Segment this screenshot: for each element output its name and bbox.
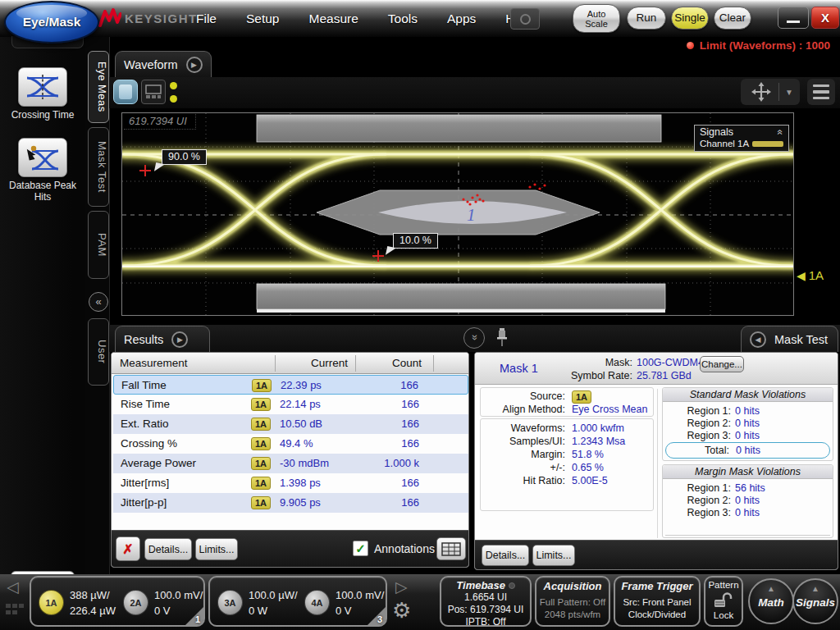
keysight-logo: KEYSIGHT [98, 7, 198, 29]
source-badge: 1A [251, 437, 271, 450]
table-row[interactable]: Ext. Ratio1A 10.50 dB166 [113, 414, 468, 434]
single-view-icon [119, 84, 132, 99]
scroll-channels-left-icon[interactable]: ◁ [7, 578, 19, 596]
standard-total: Total:0 hits [665, 442, 830, 459]
menu-file[interactable]: File [194, 10, 219, 28]
single-view-button[interactable] [113, 80, 138, 104]
keysight-spark-icon [98, 7, 121, 29]
delete-measurement-button[interactable]: ✗ [116, 536, 140, 561]
eye-diagram-plot[interactable]: 1 619.7394 UI 90.0 % 10.0 % Signals « Ch… [121, 112, 794, 316]
source-badge: 1A [251, 418, 271, 431]
status-dot-icon [170, 82, 177, 89]
signals-overlay-panel[interactable]: Signals « Channel 1A [694, 125, 789, 152]
menu-apps[interactable]: Apps [445, 10, 478, 28]
symbol-rate-value: 25.781 GBd [637, 370, 692, 381]
signals-overlay-title: Signals [700, 126, 733, 138]
upper-threshold-annotation[interactable]: 90.0 % [162, 149, 207, 165]
channel-settings-gear-icon[interactable]: ⚙ [392, 598, 411, 623]
collapse-sidebar-button[interactable]: « [89, 292, 108, 312]
mask-test-tab-expand-icon[interactable]: ◀ [750, 331, 766, 348]
peak-hits-icon [25, 144, 60, 171]
mode-tab-strip: Eye Meas Mask Test PAM « User [85, 37, 110, 630]
channel-2a-button[interactable]: 2A [123, 590, 148, 615]
results-footer: ✗ Details... Limits... ✓ Annotations [112, 530, 468, 567]
table-row[interactable]: Jitter[rms]1A 1.398 ps166 [113, 473, 468, 493]
channel-1a-ground-marker: ◀ 1A [797, 268, 824, 282]
results-limits-button[interactable]: Limits... [195, 538, 238, 560]
annotations-checkbox[interactable]: ✓ [353, 541, 368, 556]
menu-setup[interactable]: Setup [244, 10, 282, 28]
crossing-time-button[interactable] [18, 67, 67, 107]
mask-limits-button[interactable]: Limits... [532, 545, 575, 566]
math-button[interactable]: ▲ Math [748, 578, 794, 624]
minimize-icon [787, 21, 800, 23]
database-peak-hits-button[interactable] [18, 138, 67, 177]
single-button[interactable]: Single [671, 7, 709, 30]
channel-1a-button[interactable]: 1A [39, 590, 64, 615]
minimize-button[interactable] [778, 7, 809, 29]
group-number: 1 [195, 614, 200, 624]
eye-crossing-icon [25, 74, 60, 100]
table-row[interactable]: Jitter[p-p]1A 9.905 ps166 [113, 493, 468, 513]
mask-type-value: 100G-CWDM4 [637, 357, 704, 368]
mask-region-number: 1 [467, 205, 476, 225]
tab-user[interactable]: User [88, 318, 109, 386]
results-tab-menu-icon[interactable]: ▶ [171, 331, 188, 348]
app-window: KEYSIGHT File Setup Measure Tools Apps H… [0, 0, 840, 630]
grid-view-button[interactable] [141, 80, 166, 104]
tab-pam[interactable]: PAM [88, 211, 109, 279]
run-button[interactable]: Run [627, 7, 666, 30]
table-row[interactable]: Average Power1A -30 mdBm1.000 k [113, 454, 468, 473]
move-arrows-icon [751, 81, 772, 103]
timebase-position-label: 619.7394 UI [124, 114, 196, 130]
pattern-lock-button[interactable]: Pattern Lock [704, 576, 743, 627]
source-badge: 1A [251, 457, 271, 470]
menu-tools[interactable]: Tools [386, 10, 420, 28]
signals-button[interactable]: ▲ Signals [792, 578, 838, 624]
close-button[interactable]: X [811, 7, 839, 29]
pan-zoom-tool-button[interactable]: ▼ [741, 79, 800, 105]
results-tab[interactable]: Results ▶ [115, 326, 210, 352]
results-details-button[interactable]: Details... [144, 538, 192, 560]
collapse-overlay-icon[interactable]: « [775, 130, 787, 135]
mask-test-panel-tab[interactable]: ◀ Mask Test [741, 326, 838, 352]
waveform-tab-menu-icon[interactable]: ▶ [186, 57, 203, 73]
panel-divider [657, 389, 658, 538]
channel-group-2-panel[interactable]: 3A 100.0 µW/0 W 4A 100.0 mV/0 V 3 [208, 576, 387, 627]
screenshot-camera-icon[interactable] [510, 8, 540, 30]
lower-threshold-annotation[interactable]: 10.0 % [393, 233, 438, 249]
menu-measure[interactable]: Measure [307, 10, 361, 28]
tab-eye-meas[interactable]: Eye Meas [88, 51, 109, 123]
channel-3a-button[interactable]: 3A [217, 590, 243, 615]
mask-details-button[interactable]: Details... [482, 545, 529, 566]
scroll-channels-right-icon[interactable]: ▷ [395, 578, 408, 596]
expand-up-icon: ▲ [794, 583, 837, 595]
expand-up-icon: ▲ [750, 583, 792, 595]
tab-mask-test[interactable]: Mask Test [88, 127, 109, 207]
tool-dropdown-icon[interactable]: ▼ [785, 88, 793, 97]
title-bar: KEYSIGHT File Setup Measure Tools Apps H… [0, 0, 840, 37]
channel-grid-icon[interactable] [6, 604, 25, 619]
table-row[interactable]: Fall Time1A 22.39 ps166 [113, 375, 468, 395]
change-mask-button[interactable]: Change... [700, 356, 744, 372]
results-table-header: Measurement Current Count [112, 353, 468, 374]
signals-channel-label: Channel 1A [700, 139, 749, 148]
timebase-panel[interactable]: Timebase 1.6654 UI Pos: 619.7394 UI IPTB… [440, 576, 532, 627]
collapse-results-button[interactable]: « [463, 327, 485, 349]
standard-violations-box: Standard Mask Violations Region 1:0 hits… [662, 387, 833, 461]
pin-icon[interactable] [496, 327, 508, 347]
table-layout-button[interactable] [436, 537, 466, 560]
auto-scale-button[interactable]: Auto Scale [573, 4, 620, 33]
database-peak-hits-label: Database Peak Hits [0, 180, 85, 203]
annotations-label: Annotations [374, 542, 435, 555]
frame-trigger-panel[interactable]: Frame Trigger Src: Front Panel Clock/Div… [614, 576, 701, 627]
acquisition-panel[interactable]: Acquisition Full Pattern: Off 2048 pts/w… [535, 576, 610, 627]
mask-name: Mask 1 [500, 362, 538, 375]
table-row[interactable]: Rise Time1A 22.14 ps166 [113, 395, 468, 414]
channel-4a-button[interactable]: 4A [304, 590, 330, 615]
channel-group-1-panel[interactable]: 1A 388 µW/226.4 µW 2A 100.0 mV/0 V 1 [30, 576, 205, 627]
waveform-menu-button[interactable] [807, 79, 835, 105]
table-row[interactable]: Crossing %1A 49.4 %166 [113, 434, 468, 454]
clear-button[interactable]: Clear [714, 7, 751, 30]
waveform-tab[interactable]: Waveform ▶ [115, 51, 212, 77]
